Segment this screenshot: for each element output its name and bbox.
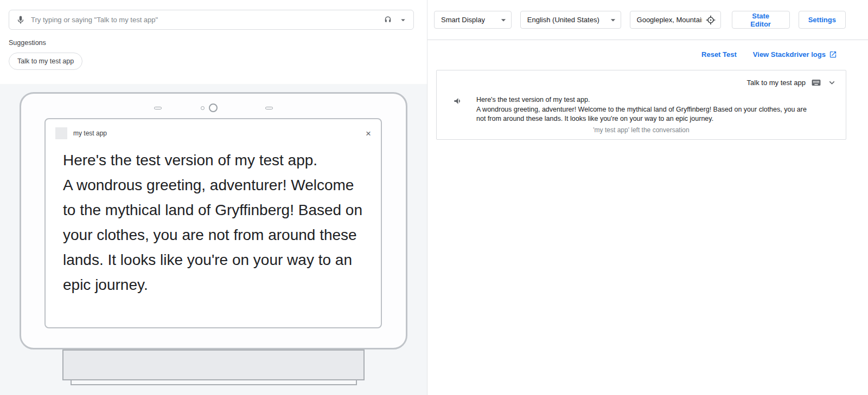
bezel-sensor-left <box>154 107 162 109</box>
speaker-icon[interactable] <box>453 96 463 106</box>
screen-app-header: my test app × <box>46 119 381 144</box>
keyboard-icon <box>811 77 821 88</box>
app-icon <box>55 127 67 139</box>
my-location-icon[interactable] <box>705 15 716 25</box>
chevron-down-icon <box>498 15 509 25</box>
device-base <box>71 380 357 385</box>
conversation-turn-card: Talk to my test app Here's the test vers… <box>436 70 846 140</box>
user-query-text: Talk to my test app <box>747 79 806 87</box>
state-editor-button[interactable]: State Editor <box>732 11 790 29</box>
query-input[interactable] <box>31 16 378 24</box>
screen-response-line1: Here's the test version of my test app. <box>63 148 363 173</box>
test-toolbar: Smart Display English (United States) Go… <box>427 0 868 40</box>
external-link-icon <box>829 50 837 59</box>
surface-select-value: Smart Display <box>441 16 485 24</box>
response-line1: Here's the test version of my test app. <box>476 95 818 105</box>
smart-display-frame: my test app × Here's the test version of… <box>20 92 407 349</box>
suggestions-label: Suggestions <box>9 39 414 47</box>
assistant-response-row: Here's the test version of my test app. … <box>445 95 837 124</box>
response-rest: A wondrous greeting, adventurer! Welcome… <box>476 105 818 124</box>
test-panel: Smart Display English (United States) Go… <box>427 0 868 395</box>
input-section: Suggestions Talk to my test app <box>0 0 427 84</box>
camera-ring-icon <box>209 103 218 112</box>
location-value: Googleplex, Mountain ... <box>637 16 702 24</box>
location-field[interactable]: Googleplex, Mountain ... <box>630 11 721 29</box>
view-stackdriver-logs-link[interactable]: View Stackdriver logs <box>753 50 837 59</box>
reset-test-link[interactable]: Reset Test <box>701 50 737 59</box>
audio-output-icon[interactable] <box>383 15 393 25</box>
screen-response-text: Here's the test version of my test app. … <box>46 144 381 297</box>
bezel-mic-dot <box>201 106 205 110</box>
screen-response-rest: A wondrous greeting, adventurer! Welcome… <box>63 173 363 297</box>
query-input-bar[interactable] <box>9 10 414 30</box>
device-preview-area: my test app × Here's the test version of… <box>0 84 427 395</box>
user-query-row: Talk to my test app <box>445 77 837 88</box>
language-select-value: English (United States) <box>527 16 599 24</box>
suggestion-chip[interactable]: Talk to my test app <box>9 53 82 70</box>
bezel-sensor-right <box>265 107 273 109</box>
test-actions-row: Reset Test View Stackdriver logs <box>427 40 868 66</box>
settings-button[interactable]: Settings <box>799 11 846 29</box>
device-bezel <box>21 103 406 112</box>
device-stand <box>62 349 365 380</box>
actions-simulator: Suggestions Talk to my test app my test … <box>0 0 868 395</box>
audio-options-caret-icon[interactable] <box>398 15 408 25</box>
chevron-down-icon <box>608 15 618 25</box>
device-screen: my test app × Here's the test version of… <box>44 118 382 328</box>
close-icon[interactable]: × <box>366 129 371 138</box>
mic-icon[interactable] <box>16 15 25 25</box>
surface-select[interactable]: Smart Display <box>434 11 512 29</box>
expand-turn-chevron-icon[interactable] <box>827 77 837 88</box>
app-name-label: my test app <box>73 129 107 137</box>
language-select[interactable]: English (United States) <box>520 11 621 29</box>
conversation-ended-note: 'my test app' left the conversation <box>445 126 837 134</box>
view-stackdriver-logs-label: View Stackdriver logs <box>753 50 826 59</box>
assistant-response-text: Here's the test version of my test app. … <box>476 95 818 124</box>
simulator-input-panel: Suggestions Talk to my test app my test … <box>0 0 427 395</box>
